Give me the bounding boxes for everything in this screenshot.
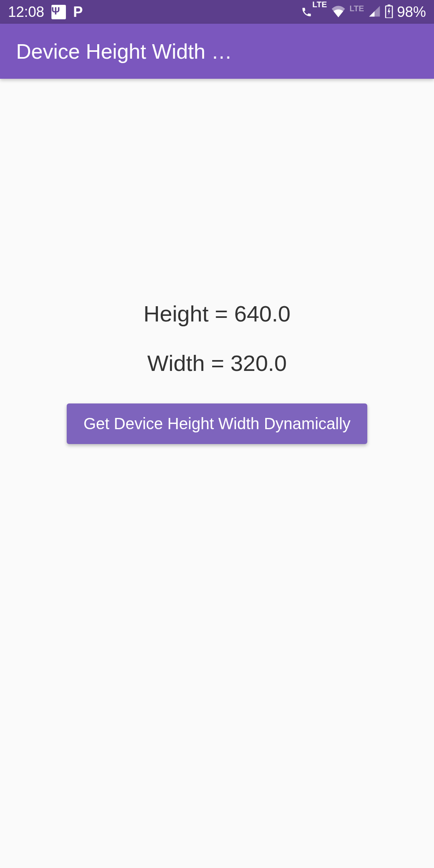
status-bar: 12:08 Ψ P LTE LTE 98%	[0, 0, 434, 24]
usb-icon: Ψ	[51, 5, 66, 19]
battery-percent: 98%	[397, 4, 426, 20]
lte-label: LTE	[312, 0, 327, 9]
width-value-text: Width = 320.0	[147, 350, 287, 376]
app-title: Device Height Width …	[16, 39, 232, 63]
battery-charging-icon	[385, 4, 393, 20]
wifi-icon	[331, 5, 346, 19]
app-bar: Device Height Width …	[0, 24, 434, 79]
height-value-text: Height = 640.0	[143, 301, 291, 327]
status-bar-left: 12:08 Ψ P	[8, 4, 83, 20]
status-time: 12:08	[8, 4, 44, 20]
signal-icon	[368, 5, 381, 19]
p-app-icon: P	[73, 4, 83, 20]
get-dimensions-button[interactable]: Get Device Height Width Dynamically	[67, 403, 368, 444]
status-bar-right: LTE LTE 98%	[301, 4, 426, 20]
lte-label-dim: LTE	[350, 4, 364, 13]
phone-lte-icon: LTE	[301, 6, 327, 18]
svg-rect-1	[388, 4, 391, 6]
main-content: Height = 640.0 Width = 320.0 Get Device …	[0, 79, 434, 868]
